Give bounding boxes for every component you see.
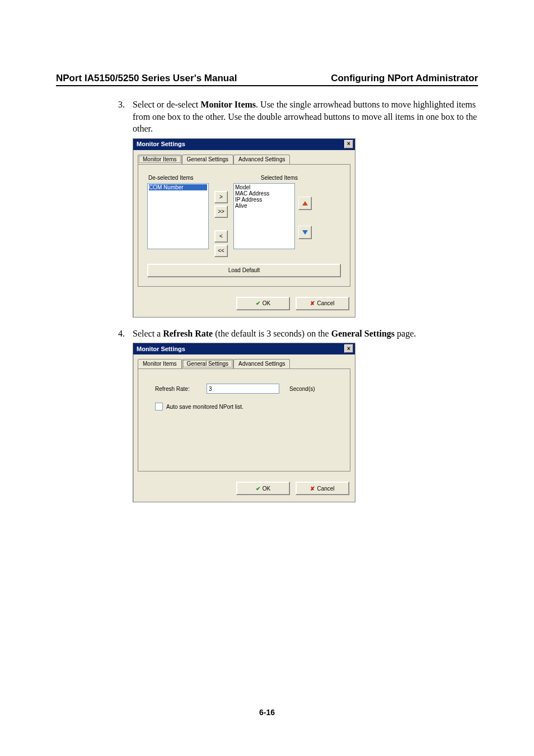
- ok-label: OK: [263, 300, 270, 306]
- refresh-rate-input[interactable]: [207, 384, 279, 394]
- cancel-button[interactable]: ✘Cancel: [296, 297, 349, 310]
- cancel-button[interactable]: ✘Cancel: [296, 482, 349, 495]
- tab-strip: Monitor Items General Settings Advanced …: [138, 155, 350, 165]
- tab-monitor-items[interactable]: Monitor Items: [138, 359, 182, 368]
- list-item[interactable]: Alive: [235, 203, 293, 209]
- list-item[interactable]: Model: [235, 184, 293, 190]
- page-number: 6-16: [0, 708, 534, 717]
- move-up-icon[interactable]: [298, 197, 312, 210]
- deselected-label: De-selected Items: [148, 175, 194, 181]
- refresh-rate-label: Refresh Rate:: [155, 386, 207, 392]
- step4-p3: page.: [395, 329, 416, 338]
- page-header: NPort IA5150/5250 Series User's Manual C…: [56, 73, 478, 86]
- ok-label: OK: [263, 486, 270, 492]
- step4-p1: Select a: [133, 329, 163, 338]
- step-4-number: 4.: [109, 328, 133, 340]
- header-right: Configuring NPort Administrator: [331, 73, 478, 84]
- step-3-text: Select or de-select Monitor Items. Use t…: [133, 99, 478, 135]
- step-4-text: Select a Refresh Rate (the default is 3 …: [133, 328, 478, 340]
- selected-label: Selected Items: [261, 175, 298, 181]
- close-icon[interactable]: ×: [344, 344, 353, 353]
- close-icon[interactable]: ×: [344, 140, 353, 148]
- seconds-label: Second(s): [289, 386, 315, 392]
- tab-strip: Monitor Items General Settings Advanced …: [138, 359, 350, 369]
- x-icon: ✘: [310, 300, 315, 306]
- list-item[interactable]: COM Number: [149, 184, 207, 190]
- monitor-settings-dialog-1: Monitor Settings × Monitor Items General…: [133, 138, 355, 318]
- tab-monitor-items[interactable]: Monitor Items: [138, 155, 182, 164]
- x-icon: ✘: [310, 486, 315, 492]
- tab-general-settings[interactable]: General Settings: [182, 359, 234, 368]
- tab-advanced-settings[interactable]: Advanced Settings: [233, 155, 290, 164]
- move-all-left-button[interactable]: <<: [214, 245, 228, 257]
- autosave-label: Auto save monitored NPort list.: [166, 404, 243, 410]
- step3-bold: Monitor Items: [200, 100, 256, 109]
- step4-p2: (the default is 3 seconds) on the: [213, 329, 331, 338]
- dialog-titlebar: Monitor Settings ×: [133, 139, 355, 150]
- cancel-label: Cancel: [317, 300, 334, 306]
- dialog-titlebar: Monitor Settings ×: [133, 343, 355, 354]
- dialog-title-text: Monitor Settings: [137, 346, 185, 352]
- check-icon: ✔: [256, 486, 260, 492]
- step4-b2: General Settings: [331, 329, 395, 338]
- tab-panel-monitor: De-selected Items Selected Items COM Num…: [138, 164, 350, 287]
- move-down-icon[interactable]: [298, 226, 312, 239]
- step-4: 4. Select a Refresh Rate (the default is…: [109, 328, 478, 340]
- ok-button[interactable]: ✔OK: [236, 482, 290, 495]
- move-left-button[interactable]: <: [214, 230, 228, 242]
- monitor-settings-dialog-2: Monitor Settings × Monitor Items General…: [133, 343, 355, 502]
- step-3-number: 3.: [109, 99, 133, 135]
- header-left: NPort IA5150/5250 Series User's Manual: [56, 73, 237, 84]
- move-all-right-button[interactable]: >>: [214, 206, 228, 218]
- dialog-footer: ✔OK ✘Cancel: [133, 292, 355, 317]
- ok-button[interactable]: ✔OK: [236, 297, 290, 310]
- list-item[interactable]: IP Address: [235, 197, 293, 203]
- tab-panel-general: Refresh Rate: Second(s) Auto save monito…: [138, 368, 350, 472]
- dialog-footer: ✔OK ✘Cancel: [133, 477, 355, 502]
- autosave-checkbox[interactable]: [155, 403, 163, 410]
- tab-general-settings[interactable]: General Settings: [182, 155, 234, 164]
- dialog-title-text: Monitor Settings: [137, 141, 185, 147]
- list-item[interactable]: MAC Address: [235, 190, 293, 197]
- cancel-label: Cancel: [317, 486, 334, 492]
- load-default-button[interactable]: Load Default: [147, 264, 341, 277]
- move-right-button[interactable]: >: [214, 191, 228, 203]
- step-3: 3. Select or de-select Monitor Items. Us…: [109, 99, 478, 135]
- selected-listbox[interactable]: Model MAC Address IP Address Alive: [233, 183, 295, 249]
- step4-b1: Refresh Rate: [163, 329, 213, 338]
- tab-advanced-settings[interactable]: Advanced Settings: [233, 359, 290, 368]
- deselected-listbox[interactable]: COM Number: [147, 183, 209, 249]
- check-icon: ✔: [256, 300, 260, 306]
- step3-pre: Select or de-select: [133, 100, 200, 109]
